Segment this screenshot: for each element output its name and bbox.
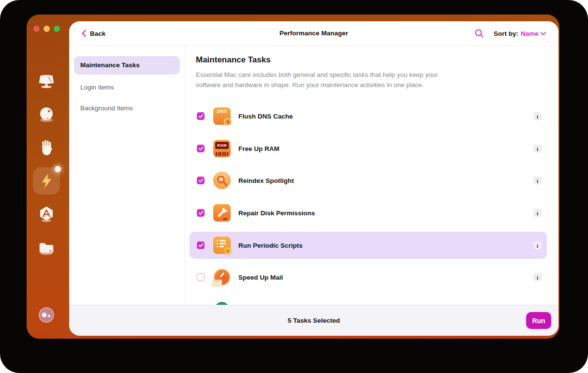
task-row[interactable]: Reindex Spotlight i <box>190 167 547 194</box>
disk-permissions-icon <box>213 204 231 222</box>
task-checkbox[interactable] <box>197 241 205 249</box>
ram-icon: RAM <box>213 140 231 157</box>
check-icon <box>198 210 204 215</box>
task-checkbox[interactable] <box>197 112 205 120</box>
run-button[interactable]: Run <box>526 312 551 329</box>
task-checkbox[interactable] <box>197 145 205 152</box>
task-label: Repair Disk Permissions <box>238 209 315 217</box>
info-icon[interactable]: i <box>533 145 542 153</box>
task-row[interactable]: RAM Free Up RAM i <box>190 135 547 162</box>
task-checkbox[interactable] <box>197 209 205 217</box>
app-window: Performance Manager Back Sort by: <box>27 15 559 339</box>
task-label: Reindex Spotlight <box>238 177 294 184</box>
task-label: Flush DNS Cache <box>238 113 293 120</box>
content-heading: Maintenance Tasks <box>196 55 271 65</box>
sort-by-label: Sort by: <box>494 30 518 37</box>
info-icon[interactable]: i <box>533 177 542 185</box>
nav-item-login-items[interactable]: Login Items <box>69 77 185 98</box>
toolbar: Performance Manager Back Sort by: <box>69 21 559 45</box>
notification-badge <box>55 166 61 172</box>
action-bar: 5 Tasks Selected Run <box>69 305 559 336</box>
folder-icon[interactable] <box>38 239 55 256</box>
info-icon[interactable]: i <box>533 273 542 282</box>
sort-dropdown[interactable]: Name <box>521 30 546 37</box>
task-label: Free Up RAM <box>238 145 279 152</box>
main-panel: Performance Manager Back Sort by: <box>69 21 559 336</box>
back-label: Back <box>90 30 105 37</box>
desktop-icon[interactable] <box>38 73 55 90</box>
chevron-down-icon <box>541 32 546 35</box>
info-icon[interactable]: i <box>533 241 542 250</box>
spotlight-icon <box>213 172 231 189</box>
check-icon <box>198 178 204 183</box>
task-row[interactable]: Run Periodic Scripts i <box>190 232 547 259</box>
task-label: Run Periodic Scripts <box>238 242 303 249</box>
info-icon[interactable]: i <box>533 112 542 120</box>
info-icon[interactable]: i <box>533 209 542 217</box>
assistant-icon[interactable] <box>38 306 55 324</box>
minimize-button[interactable] <box>44 26 50 32</box>
screen-background: Performance Manager Back Sort by: <box>0 0 588 373</box>
close-button[interactable] <box>33 26 40 32</box>
zoom-button[interactable] <box>54 26 60 32</box>
nav-item-background-items[interactable]: Background Items <box>69 98 185 119</box>
sort-value: Name <box>521 30 539 37</box>
page-title: Performance Manager <box>69 21 559 45</box>
task-label: Speed Up Mail <box>238 274 283 281</box>
applications-icon[interactable] <box>38 206 55 223</box>
section-nav: Maintenance Tasks Login Items Background… <box>69 45 185 305</box>
chevron-left-icon <box>82 30 86 37</box>
back-button[interactable]: Back <box>82 21 105 45</box>
speed-up-mail-icon <box>213 269 231 286</box>
lightning-icon[interactable] <box>33 167 60 194</box>
check-icon <box>198 243 204 248</box>
cleaning-ball-icon[interactable] <box>38 106 55 123</box>
hand-icon[interactable] <box>38 139 55 157</box>
search-icon[interactable] <box>474 29 485 39</box>
task-row[interactable]: DNS Flush DNS Cache i <box>190 103 547 130</box>
content-description: Essential Mac care includes both general… <box>196 70 440 90</box>
task-list-area: Maintenance Tasks Essential Mac care inc… <box>185 45 559 305</box>
check-icon <box>198 146 204 151</box>
task-checkbox[interactable] <box>197 273 205 281</box>
check-icon <box>198 114 204 119</box>
task-row[interactable]: Speed Up Mail i <box>190 264 547 291</box>
sort-control: Sort by: Name <box>494 21 546 45</box>
tasks-selected-status: 5 Tasks Selected <box>69 305 559 336</box>
dns-cache-icon: DNS <box>213 107 231 125</box>
window-controls <box>33 26 60 32</box>
task-checkbox[interactable] <box>197 177 205 184</box>
nav-item-maintenance-tasks[interactable]: Maintenance Tasks <box>74 56 180 75</box>
periodic-scripts-icon <box>213 237 231 254</box>
task-row[interactable]: Repair Disk Permissions i <box>190 199 547 226</box>
